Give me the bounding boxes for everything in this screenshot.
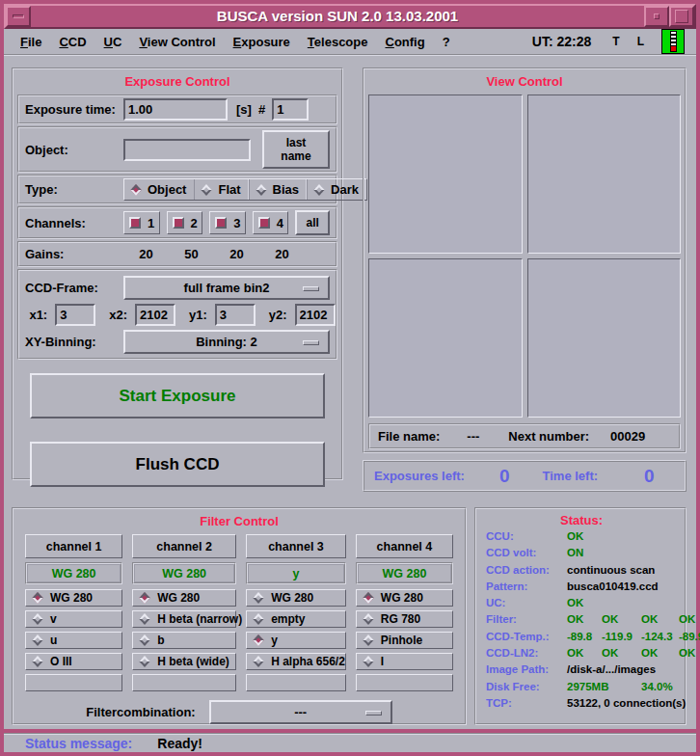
time-left-label: Time left: xyxy=(543,469,599,483)
gains-label: Gains: xyxy=(25,247,123,261)
filter-option[interactable]: H beta (narrow) xyxy=(132,610,236,628)
type-option-flat[interactable]: Flat xyxy=(194,179,248,200)
status-title: Status: xyxy=(486,513,677,530)
option-menu-indicator xyxy=(303,340,319,345)
filter-option[interactable]: H beta (wide) xyxy=(132,653,236,670)
filter-option[interactable]: I xyxy=(356,653,453,670)
filter-option-empty xyxy=(25,674,122,691)
filter-option[interactable]: WG 280 xyxy=(356,589,453,607)
filter-option[interactable]: WG 280 xyxy=(246,589,346,607)
status-message-bar: Status message: Ready! xyxy=(4,733,696,752)
channel-4-checkbox[interactable]: 4 xyxy=(253,211,289,234)
menu-uc[interactable]: UC xyxy=(95,31,131,53)
image-quadrant-4[interactable] xyxy=(527,258,682,418)
filter-option[interactable]: Pinhole xyxy=(356,632,453,649)
menu-telescope[interactable]: Telescope xyxy=(299,31,377,53)
gain-value-4: 20 xyxy=(259,247,305,261)
filter-option[interactable]: O III xyxy=(25,653,122,670)
ut-clock: UT: 22:28 xyxy=(532,34,591,49)
flush-ccd-button[interactable]: Flush CCD xyxy=(30,442,325,487)
exposures-left-label: Exposures left: xyxy=(374,469,465,483)
view-control-title: View Control xyxy=(368,71,681,93)
filter-option[interactable]: u xyxy=(25,632,122,649)
channels-row: Channels: 1 2 3 4 xyxy=(17,206,337,239)
ccd-frame-dropdown[interactable]: full frame bin2 xyxy=(123,276,330,300)
checkbox-indicator xyxy=(215,217,227,229)
menu-file[interactable]: File xyxy=(12,31,50,53)
thermometer-icon[interactable] xyxy=(661,29,685,54)
tcp-value: 53122, 0 connection(s) xyxy=(567,697,686,709)
frame-coords-row: x1: x2: y1: y2: xyxy=(25,301,330,328)
start-exposure-button[interactable]: Start Exposure xyxy=(30,373,325,418)
filter-option[interactable]: H alpha 656/2 xyxy=(246,653,346,670)
menu-config[interactable]: Config xyxy=(376,31,433,53)
radio-indicator xyxy=(202,184,212,195)
filter-option[interactable]: RG 780 xyxy=(356,610,453,628)
filtercombination-label: Filtercombination: xyxy=(86,705,195,719)
telescope-indicator[interactable]: T xyxy=(612,35,619,48)
status-panel: Status: CCU: OK CCD volt: ON CCD action:… xyxy=(474,507,687,725)
exposure-count-input[interactable] xyxy=(272,98,309,121)
status-row-pattern: Pattern: busca010419.ccd xyxy=(486,580,677,597)
last-name-button[interactable]: last name xyxy=(262,130,330,169)
view-control-panel: View Control File name: --- Next number:… xyxy=(363,68,687,453)
type-option-object[interactable]: Object xyxy=(124,179,194,200)
channel-2-checkbox[interactable]: 2 xyxy=(167,211,203,234)
y2-input[interactable] xyxy=(295,304,336,326)
type-row: Type: Object Flat Bias xyxy=(17,175,337,204)
channel-3-checkbox[interactable]: 3 xyxy=(209,211,246,234)
radio-indicator xyxy=(139,613,149,624)
type-option-bias[interactable]: Bias xyxy=(249,179,307,200)
xy-binning-dropdown[interactable]: Binning: 2 xyxy=(123,330,330,354)
filter-channel-3-column: channel 3 y WG 280 empty xyxy=(246,534,346,695)
filter-option[interactable]: y xyxy=(246,632,346,649)
channels-label: Channels: xyxy=(25,216,123,230)
all-channels-button[interactable]: all xyxy=(295,210,330,235)
type-option-dark[interactable]: Dark xyxy=(307,179,366,200)
window-menu-button[interactable] xyxy=(6,6,31,27)
image-quadrant-1[interactable] xyxy=(368,94,523,254)
menu-help[interactable]: ? xyxy=(434,31,459,53)
titlebar[interactable]: BUSCA version SUN 2.0 13.03.2001 xyxy=(4,4,696,29)
maximize-icon xyxy=(675,10,688,23)
menu-exposure[interactable]: Exposure xyxy=(225,31,299,53)
maximize-button[interactable] xyxy=(669,6,694,27)
image-quadrant-3[interactable] xyxy=(368,258,523,418)
exposure-time-input[interactable] xyxy=(123,98,228,121)
radio-indicator xyxy=(253,656,263,666)
minimize-button[interactable] xyxy=(644,6,669,27)
object-input[interactable] xyxy=(123,139,251,161)
status-row-ccu: CCU: OK xyxy=(486,530,677,547)
image-quadrant-2[interactable] xyxy=(527,94,682,254)
x2-label: x2: xyxy=(109,308,127,322)
file-name-value: --- xyxy=(467,429,479,444)
channel-4-header: channel 4 xyxy=(356,534,453,558)
radio-indicator xyxy=(363,613,373,624)
file-name-row: File name: --- Next number: 00029 xyxy=(368,423,681,449)
log-indicator[interactable]: L xyxy=(637,35,644,48)
filter-option[interactable]: empty xyxy=(246,610,346,628)
status-message-label: Status message: xyxy=(25,736,132,751)
filter-option[interactable]: WG 280 xyxy=(132,589,236,607)
uc-value: OK xyxy=(567,597,677,608)
gain-value-1: 20 xyxy=(123,247,169,261)
filter-option[interactable]: v xyxy=(25,610,122,628)
status-row-filter: Filter: OK OK OK OK xyxy=(486,613,677,630)
radio-indicator xyxy=(313,184,324,195)
exposure-control-panel: Exposure Control Exposure time: [s] # Ob… xyxy=(12,68,343,480)
option-menu-indicator xyxy=(303,286,319,291)
filter-option[interactable]: WG 280 xyxy=(25,589,122,607)
filter-option[interactable]: b xyxy=(132,632,236,649)
channel-1-checkbox[interactable]: 1 xyxy=(123,211,160,234)
y1-input[interactable] xyxy=(215,304,256,326)
menu-ccd[interactable]: CCD xyxy=(50,31,94,53)
radio-indicator xyxy=(139,592,149,603)
x2-input[interactable] xyxy=(135,304,175,326)
menu-view-control[interactable]: View Control xyxy=(130,31,224,53)
status-row-ccd-volt: CCD volt: ON xyxy=(486,547,677,563)
radio-indicator xyxy=(253,592,263,603)
filtercombination-dropdown[interactable]: --- xyxy=(209,700,392,724)
status-row-disk-free: Disk Free: 2975MB 34.0% xyxy=(486,681,677,697)
x1-input[interactable] xyxy=(55,304,95,326)
channel-3-header: channel 3 xyxy=(246,534,346,558)
